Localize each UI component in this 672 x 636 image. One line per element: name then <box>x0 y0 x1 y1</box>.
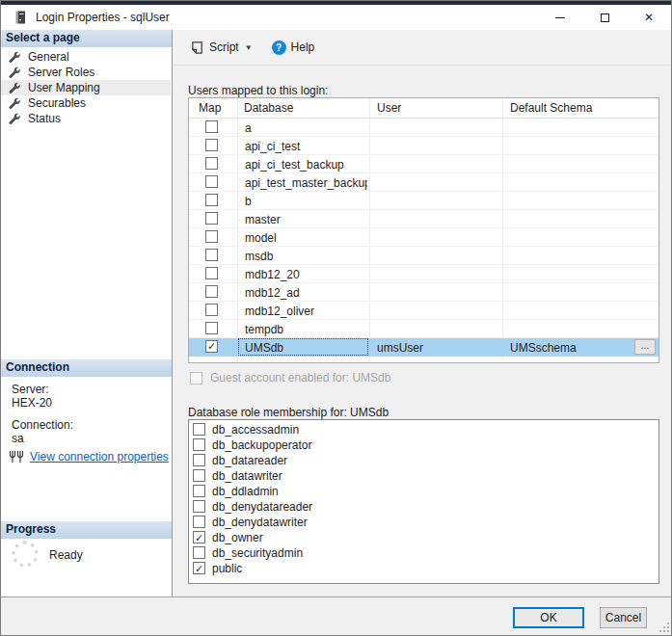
table-row[interactable]: mdb12_oliver <box>189 302 659 320</box>
cell-default-schema[interactable] <box>503 155 627 172</box>
cell-database[interactable]: b <box>238 192 368 209</box>
cell-user[interactable] <box>370 283 501 301</box>
cancel-button[interactable]: Cancel <box>600 607 647 628</box>
cell-default-schema[interactable] <box>503 320 627 337</box>
role-checkbox[interactable] <box>193 423 205 436</box>
map-checkbox[interactable] <box>205 285 218 298</box>
role-item-db_datareader[interactable]: db_datareader <box>189 454 659 469</box>
cell-user[interactable] <box>370 192 501 209</box>
cell-user[interactable] <box>370 173 501 191</box>
map-checkbox[interactable] <box>205 212 218 225</box>
map-checkbox[interactable] <box>205 230 218 243</box>
cell-database[interactable]: api_ci_test <box>238 137 368 154</box>
sidebar-item-user-mapping[interactable]: User Mapping <box>1 80 171 95</box>
cell-user[interactable] <box>370 155 501 172</box>
cell-user[interactable] <box>370 228 501 246</box>
map-checkbox[interactable] <box>205 175 218 188</box>
map-checkbox[interactable] <box>205 120 218 133</box>
cell-default-schema[interactable] <box>503 247 627 264</box>
title-bar[interactable]: Login Properties - sqlUser ✕ <box>1 5 671 30</box>
map-checkbox[interactable] <box>205 304 218 316</box>
role-item-db_datawriter[interactable]: db_datawriter <box>189 469 659 485</box>
help-button[interactable]: ? Help <box>267 36 320 59</box>
role-checkbox[interactable] <box>193 469 205 482</box>
table-row[interactable]: api_test_master_backup <box>189 173 659 192</box>
role-checkbox[interactable] <box>193 531 205 543</box>
role-item-public[interactable]: public <box>189 562 659 577</box>
maximize-button[interactable] <box>582 5 627 30</box>
table-row[interactable]: mdb12_ad <box>189 283 659 302</box>
cell-user[interactable] <box>370 265 501 282</box>
sidebar-item-server-roles[interactable]: Server Roles <box>1 65 171 80</box>
map-checkbox[interactable] <box>205 139 218 151</box>
close-button[interactable]: ✕ <box>627 5 671 30</box>
sidebar-item-securables[interactable]: Securables <box>1 95 171 111</box>
role-item-db_accessadmin[interactable]: db_accessadmin <box>189 423 659 438</box>
cell-default-schema[interactable] <box>503 228 627 246</box>
map-checkbox[interactable] <box>205 157 218 170</box>
cell-default-schema[interactable] <box>503 283 627 301</box>
table-row[interactable]: tempdb <box>189 320 659 338</box>
role-item-db_securityadmin[interactable]: db_securityadmin <box>189 546 659 562</box>
cell-default-schema[interactable] <box>503 137 627 154</box>
role-checkbox[interactable] <box>193 562 205 574</box>
cell-default-schema[interactable]: UMSschema <box>503 338 627 356</box>
role-item-db_denydatareader[interactable]: db_denydatareader <box>189 500 659 516</box>
cell-user[interactable]: umsUser <box>370 338 501 356</box>
cell-user[interactable] <box>370 137 501 154</box>
role-item-db_owner[interactable]: db_owner <box>189 531 659 546</box>
role-checkbox[interactable] <box>193 500 205 513</box>
browse-button[interactable]: ... <box>634 339 656 355</box>
map-checkbox[interactable] <box>205 340 218 353</box>
cell-default-schema[interactable] <box>503 173 627 191</box>
cell-database[interactable]: mdb12_20 <box>238 265 368 282</box>
cell-database[interactable]: UMSdb <box>238 338 368 356</box>
table-row[interactable]: msdb <box>189 247 659 265</box>
cell-database[interactable]: mdb12_ad <box>238 283 368 301</box>
cell-default-schema[interactable] <box>503 210 627 227</box>
cell-user[interactable] <box>370 247 501 264</box>
role-item-db_denydatawriter[interactable]: db_denydatawriter <box>189 516 659 531</box>
cell-database[interactable]: master <box>238 210 368 227</box>
cell-user[interactable] <box>370 302 501 319</box>
table-row[interactable]: master <box>189 210 659 228</box>
role-checkbox[interactable] <box>193 546 205 559</box>
map-checkbox[interactable] <box>205 267 218 279</box>
script-button[interactable]: Script ▼ <box>185 36 257 59</box>
table-row[interactable]: api_ci_test <box>189 137 659 155</box>
table-row[interactable]: mdb12_20 <box>189 265 659 283</box>
cell-default-schema[interactable] <box>503 192 627 209</box>
map-checkbox[interactable] <box>205 249 218 261</box>
sidebar-item-general[interactable]: General <box>1 49 171 65</box>
cell-database[interactable]: model <box>238 228 368 246</box>
role-checkbox[interactable] <box>193 438 205 451</box>
cell-database[interactable]: api_ci_test_backup <box>238 155 368 172</box>
table-row[interactable]: a <box>189 119 659 137</box>
connection-properties-link[interactable]: View connection properties <box>30 450 169 464</box>
cell-default-schema[interactable] <box>503 265 627 282</box>
table-row[interactable]: UMSdbumsUserUMSschema... <box>189 338 659 357</box>
cell-database[interactable]: tempdb <box>238 320 368 337</box>
role-item-db_backupoperator[interactable]: db_backupoperator <box>189 438 659 454</box>
cell-default-schema[interactable] <box>503 302 627 319</box>
cell-database[interactable]: api_test_master_backup <box>238 173 368 191</box>
table-row[interactable]: b <box>189 192 659 210</box>
role-checkbox[interactable] <box>193 516 205 528</box>
cell-default-schema[interactable] <box>503 119 627 136</box>
dropdown-caret-icon[interactable]: ▼ <box>245 43 253 52</box>
cell-database[interactable]: msdb <box>238 247 368 264</box>
ok-button[interactable]: OK <box>513 607 584 628</box>
cell-database[interactable]: mdb12_oliver <box>238 302 368 319</box>
map-checkbox[interactable] <box>205 194 218 206</box>
cell-user[interactable] <box>370 119 501 136</box>
role-item-db_ddladmin[interactable]: db_ddladmin <box>189 485 659 500</box>
map-checkbox[interactable] <box>205 322 218 334</box>
role-checkbox[interactable] <box>193 485 205 497</box>
cell-database[interactable]: a <box>238 119 368 136</box>
resize-grip[interactable] <box>659 622 669 632</box>
table-row[interactable]: api_ci_test_backup <box>189 155 659 173</box>
minimize-button[interactable] <box>538 5 582 30</box>
role-checkbox[interactable] <box>193 454 205 466</box>
sidebar-item-status[interactable]: Status <box>1 111 171 126</box>
view-connection-properties[interactable]: View connection properties <box>9 450 169 464</box>
